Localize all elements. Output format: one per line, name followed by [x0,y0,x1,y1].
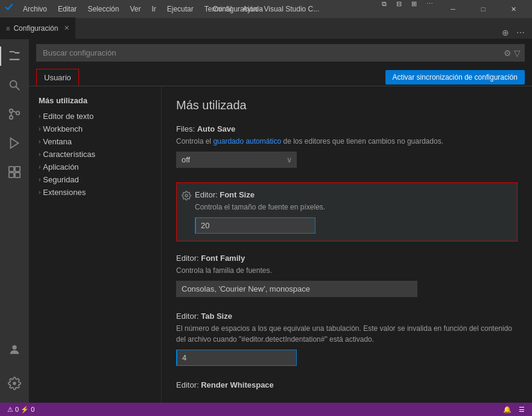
activitybar-debug[interactable] [0,129,29,158]
sidebar-item-label: Seguridad [43,175,78,184]
statusbar-notifications[interactable]: 🔔 [501,406,514,414]
chevron-icon: › [39,126,40,132]
menu-ejecutar[interactable]: Ejecutar [162,4,198,14]
sidebar-item-label: Aplicación [43,162,78,171]
filter-icon[interactable]: ⚙ [504,48,511,58]
auto-save-select[interactable]: off afterDelay onFocusChange onWindowCha… [177,152,287,167]
sidebar-item-label: Editor de texto [43,112,93,121]
svg-rect-8 [9,167,14,171]
sidebar-section-title: Más utilizada [29,94,161,110]
split-editor-button[interactable]: ⊕ [499,27,511,39]
settings-tab-label: Configuración [13,24,58,33]
desc-link[interactable]: guardado automático [213,137,281,146]
svg-line-1 [16,87,20,91]
sidebar-item-caracteristicas[interactable]: › Características [29,148,161,161]
menu-ir[interactable]: Ir [147,4,160,14]
sidebar-item-ventana[interactable]: › Ventana [29,135,161,148]
activitybar-settings[interactable] [0,369,29,398]
svg-point-12 [12,345,16,350]
search-wrapper: ⚙ ▽ [36,44,525,62]
settings-tab[interactable]: ≡ Configuración ✕ [0,18,76,39]
funnel-icon[interactable]: ▽ [514,48,521,58]
sidebar-item-label: Características [43,150,95,159]
font-size-name: Font Size [220,190,255,199]
font-family-label: Editor: Font Family [176,254,518,263]
font-family-name: Font Family [201,254,245,263]
setting-font-size: Editor: Font Size Controla el tamaño de … [176,182,518,242]
minimize-button[interactable]: ─ [439,0,467,18]
statusbar-errors[interactable]: ⚠ 0 ⚡ 0 [5,406,37,414]
statusbar: ⚠ 0 ⚡ 0 🔔 ☰ [0,403,532,416]
font-size-content: Editor: Font Size Controla el tamaño de … [195,190,510,234]
activitybar-account[interactable] [0,335,29,364]
user-tab[interactable]: Usuario [36,69,79,86]
svg-point-0 [10,81,17,88]
activitybar-explorer[interactable] [0,42,29,71]
setting-auto-save-prefix: Files: [176,124,197,133]
sidebar-item-workbench[interactable]: › Workbench [29,123,161,135]
menu-ver[interactable]: Ver [125,4,145,14]
render-whitespace-prefix: Editor: [176,380,201,389]
window-title: Configuración - Visual Studio C... [213,5,320,13]
svg-marker-7 [11,138,19,149]
sync-button[interactable]: Activar sincronización de configuración [385,70,525,85]
setting-tab-size: Editor: Tab Size El número de espacios a… [176,312,518,366]
font-family-prefix: Editor: [176,254,201,263]
search-input[interactable] [37,45,504,61]
vscode-logo-icon [5,3,14,15]
font-family-desc: Controla la familia de fuentes. [176,265,518,276]
statusbar-left: ⚠ 0 ⚡ 0 [5,406,37,414]
chevron-icon: › [39,138,40,145]
render-whitespace-label: Editor: Render Whitespace [176,380,518,389]
settings-body: Más utilizada › Editor de texto › Workbe… [29,86,532,403]
chevron-icon: › [39,176,40,183]
search-bar: ⚙ ▽ [29,39,532,66]
settings-container: ⚙ ▽ Usuario Activar sincronización de co… [29,39,532,403]
statusbar-menu[interactable]: ☰ [516,406,527,414]
layout-btn-1[interactable]: ⧉ [378,0,390,18]
sidebar-item-editor-texto[interactable]: › Editor de texto [29,110,161,123]
settings-main: Más utilizada Files: Auto Save Controla … [162,86,532,403]
svg-line-6 [13,111,16,113]
svg-rect-10 [9,173,14,178]
more-actions-button[interactable]: ⋯ [514,27,527,39]
maximize-button[interactable]: □ [469,0,497,18]
sidebar-item-label: Extensiones [43,188,86,197]
chevron-icon: › [39,164,40,170]
sidebar-item-aplicacion[interactable]: › Aplicación [29,161,161,173]
activitybar-source-control[interactable] [0,100,29,129]
menu-seleccion[interactable]: Selección [83,4,124,14]
close-button[interactable]: ✕ [499,0,527,18]
settings-tab-close[interactable]: ✕ [64,24,69,32]
layout-btn-2[interactable]: ⊟ [393,0,405,18]
layout-btn-4[interactable]: ⋯ [423,0,437,18]
statusbar-right: 🔔 ☰ [501,406,527,414]
sidebar-item-label: Ventana [43,137,72,146]
activitybar-extensions[interactable] [0,158,29,187]
sidebar-item-label: Workbench [43,124,83,133]
svg-point-13 [185,194,188,197]
activitybar-search[interactable] [0,71,29,100]
font-size-desc: Controla el tamaño de fuente en píxeles. [195,202,510,213]
tab-size-input[interactable] [176,350,297,366]
tab-size-name: Tab Size [201,312,232,321]
font-size-gear-icon[interactable] [182,191,191,202]
error-count: 0 [15,406,19,413]
font-size-label: Editor: Font Size [195,190,510,199]
font-size-input[interactable] [195,217,315,234]
window-controls: ⧉ ⊟ ⊞ ⋯ ─ □ ✕ [378,0,527,18]
sidebar-item-extensiones[interactable]: › Extensiones [29,186,161,199]
settings-tabs: Usuario Activar sincronización de config… [29,66,532,86]
font-family-input[interactable] [176,281,417,297]
svg-point-2 [10,109,13,113]
menu-editar[interactable]: Editar [53,4,81,14]
setting-auto-save-desc: Controla el guardado automático de los e… [176,136,518,147]
search-icons: ⚙ ▽ [504,48,524,58]
menu-archivo[interactable]: Archivo [18,4,52,14]
main-layout: ⚙ ▽ Usuario Activar sincronización de co… [0,39,532,403]
chevron-icon: › [39,151,40,158]
section-title: Más utilizada [176,98,518,112]
tab-size-prefix: Editor: [176,312,201,321]
sidebar-item-seguridad[interactable]: › Seguridad [29,173,161,186]
layout-btn-3[interactable]: ⊞ [408,0,420,18]
